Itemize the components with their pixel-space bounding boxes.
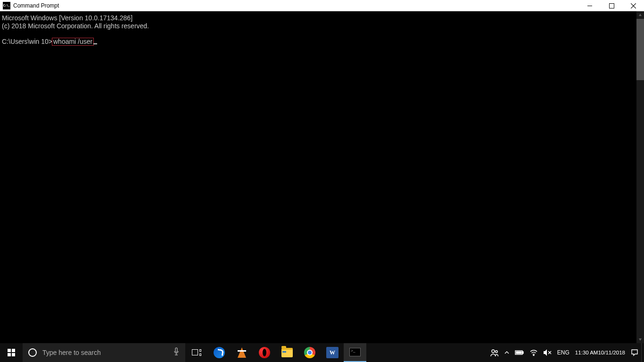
svg-point-12 (533, 355, 534, 356)
taskbar-app-file-explorer[interactable] (276, 343, 298, 362)
taskbar-app-chrome[interactable] (298, 343, 321, 362)
taskbar-app-command-prompt[interactable] (344, 343, 366, 362)
wifi-button[interactable] (527, 349, 540, 356)
svg-point-8 (495, 351, 498, 353)
taskbar-app-edge[interactable] (208, 343, 231, 362)
scroll-up-arrow-icon[interactable] (636, 11, 644, 19)
word-icon: W (326, 347, 339, 358)
people-icon (490, 348, 499, 357)
taskbar-app-word[interactable]: W (321, 343, 344, 362)
scroll-track[interactable] (636, 19, 644, 336)
taskbar-app-vlc[interactable] (231, 343, 253, 362)
window-titlebar: C:\. Command Prompt (0, 0, 644, 11)
maximize-button[interactable] (601, 0, 622, 11)
search-placeholder: Type here to search (42, 349, 167, 356)
console-line-version: Microsoft Windows [Version 10.0.17134.28… (2, 14, 132, 22)
system-tray: ENG 11:30 AM 10/11/2018 (487, 343, 644, 362)
cmd-window-icon: C:\. (3, 2, 10, 9)
typed-command-highlight: whoami /user (52, 38, 94, 46)
show-desktop-button[interactable] (641, 343, 644, 362)
clock-time: 11:30 AM (575, 349, 598, 356)
start-button[interactable] (0, 343, 23, 362)
edge-icon (214, 347, 225, 358)
windows-logo-icon (8, 349, 15, 356)
svg-marker-13 (544, 349, 547, 356)
vertical-scrollbar[interactable] (636, 11, 644, 343)
svg-rect-4 (175, 348, 177, 352)
svg-point-7 (492, 350, 495, 353)
file-explorer-icon (281, 348, 293, 357)
battery-button[interactable] (512, 350, 527, 355)
taskbar-app-opera[interactable] (253, 343, 276, 362)
scroll-thumb[interactable] (636, 19, 644, 80)
window-title: Command Prompt (13, 2, 59, 9)
people-button[interactable] (487, 348, 502, 357)
text-cursor (93, 43, 97, 44)
notification-icon (631, 349, 638, 356)
opera-icon (259, 347, 270, 358)
window-controls (579, 0, 644, 11)
volume-mute-icon (543, 349, 552, 356)
cmd-icon (349, 348, 361, 356)
search-box[interactable]: Type here to search (23, 343, 185, 362)
console-line-copyright: (c) 2018 Microsoft Corporation. All righ… (2, 22, 149, 30)
svg-marker-3 (639, 338, 642, 341)
vlc-icon (238, 347, 246, 358)
taskbar: Type here to search W (0, 343, 644, 362)
microphone-icon[interactable] (173, 347, 180, 358)
chrome-icon (304, 347, 315, 358)
clock-date: 10/11/2018 (598, 349, 625, 356)
cortana-icon (28, 348, 37, 357)
volume-button[interactable] (540, 349, 554, 356)
svg-rect-10 (522, 352, 523, 354)
svg-marker-2 (639, 14, 642, 16)
chevron-up-icon (504, 350, 509, 355)
task-view-button[interactable] (185, 343, 208, 362)
close-button[interactable] (622, 0, 644, 11)
task-view-icon (192, 349, 201, 356)
clock-button[interactable]: 11:30 AM 10/11/2018 (572, 349, 628, 356)
wifi-icon (530, 349, 537, 356)
action-center-button[interactable] (628, 349, 641, 356)
svg-rect-11 (516, 352, 521, 354)
minimize-button[interactable] (579, 0, 601, 11)
console-text: Microsoft Windows [Version 10.0.17134.28… (0, 11, 636, 49)
battery-icon (515, 350, 524, 355)
tray-overflow-button[interactable] (502, 350, 512, 355)
console-area[interactable]: Microsoft Windows [Version 10.0.17134.28… (0, 11, 636, 343)
language-indicator[interactable]: ENG (554, 349, 572, 356)
console-prompt: C:\Users\win 10> (2, 38, 52, 45)
scroll-down-arrow-icon[interactable] (636, 336, 644, 343)
